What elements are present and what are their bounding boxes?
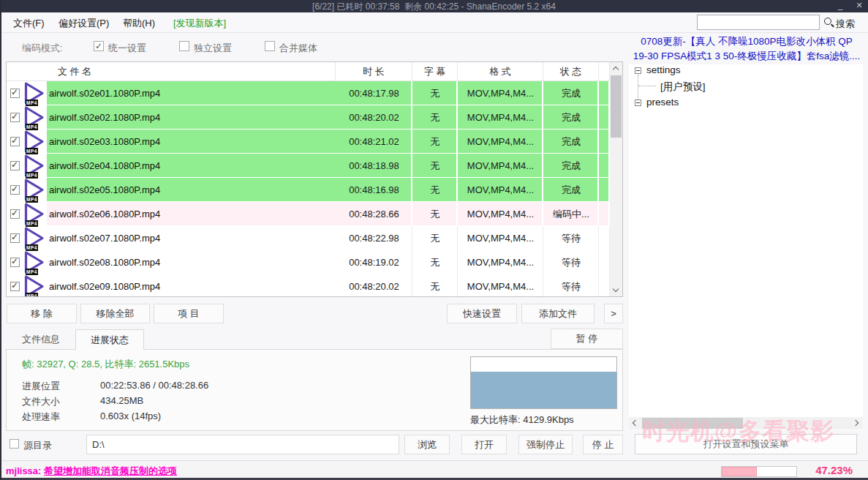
- col-header-4[interactable]: 格 式: [458, 62, 543, 81]
- extra-cell: [599, 81, 610, 105]
- scroll-left-button[interactable]: [629, 417, 641, 430]
- tree-collapse-presets-icon[interactable]: [635, 100, 641, 106]
- tree-node-settings[interactable]: settings: [646, 64, 681, 75]
- row-checkbox[interactable]: ✓: [10, 113, 20, 122]
- pause-button[interactable]: 暂 停: [551, 329, 623, 349]
- table-row-7[interactable]: ✓MP4airwolf.s02e07.1080P.mp400:48:22.98无…: [7, 226, 610, 250]
- add-files-button[interactable]: 添加文件: [521, 304, 595, 323]
- project-button[interactable]: 项 目: [154, 304, 224, 323]
- status-progressbar: [721, 466, 797, 477]
- tree-collapse-settings-icon[interactable]: [635, 67, 641, 74]
- subtitle-cell: 无: [412, 130, 458, 154]
- vertical-scroll-thumb[interactable]: [611, 75, 622, 138]
- vertical-scrollbar[interactable]: [610, 62, 622, 296]
- mode-checkbox-2[interactable]: [179, 41, 189, 51]
- table-row-1[interactable]: ✓MP4airwolf.s02e01.1080P.mp400:48:17.98无…: [7, 81, 610, 105]
- file-name: airwolf.s02e08.1080P.mp4: [49, 250, 160, 274]
- window-title: [6/22] 已耗时 00:37:58 剩余 00:42:25 - ShanaE…: [0, 1, 868, 13]
- mp4-play-icon: MP4: [21, 154, 45, 178]
- remove-all-button[interactable]: 移除全部: [80, 304, 150, 323]
- file-name: airwolf.s02e09.1080P.mp4: [49, 274, 160, 296]
- tree-node-presets[interactable]: presets: [646, 97, 679, 108]
- scroll-down-button[interactable]: [610, 284, 622, 296]
- mp4-badge: MP4: [26, 293, 38, 296]
- row-checkbox[interactable]: ✓: [10, 137, 20, 146]
- menu-item-3[interactable]: 帮助(H): [123, 17, 155, 30]
- col-header-5[interactable]: 状 态: [543, 62, 599, 81]
- source-dir-checkbox[interactable]: [10, 439, 19, 449]
- table-row-3[interactable]: ✓MP4airwolf.s02e03.1080P.mp400:48:21.02无…: [7, 130, 610, 154]
- mode-checkbox-1[interactable]: ✓: [94, 41, 104, 51]
- table-row-9[interactable]: ✓MP4airwolf.s02e09.1080P.mp400:48:20.02无…: [7, 274, 610, 296]
- status-cell: 等待: [543, 226, 599, 250]
- format-cell: MOV,MP4,M4...: [458, 274, 543, 296]
- menu-item-1[interactable]: 文件(F): [13, 17, 45, 30]
- mp4-badge: MP4: [26, 124, 38, 130]
- table-row-5[interactable]: ✓MP4airwolf.s02e05.1080P.mp400:48:16.98无…: [7, 178, 610, 202]
- max-bitrate-label: 最大比特率: 4129.9Kbps: [470, 413, 574, 427]
- menubar: 文件(F)偏好设置(P)帮助(H)[发现新版本] 搜索: [0, 12, 868, 33]
- mp4-badge: MP4: [26, 172, 38, 179]
- mp4-play-icon: MP4: [21, 178, 45, 202]
- tab-progress-state[interactable]: 进展状态: [75, 329, 144, 350]
- table-row-8[interactable]: ✓MP4airwolf.s02e08.1080P.mp400:48:19.02无…: [7, 250, 610, 274]
- stop-button[interactable]: 停 止: [583, 435, 623, 454]
- mp4-play-icon: MP4: [21, 105, 45, 130]
- titlebar: [6/22] 已耗时 00:37:58 剩余 00:42:25 - ShanaE…: [0, 0, 868, 12]
- col-header-2[interactable]: 时 长: [336, 62, 412, 81]
- mp4-badge: MP4: [26, 196, 38, 203]
- scroll-up-button[interactable]: [610, 62, 622, 75]
- table-row-6[interactable]: ✓MP4airwolf.s02e06.1080P.mp400:48:28.66无…: [7, 202, 610, 226]
- subtitle-cell: 无: [412, 202, 458, 226]
- duration-cell: 00:48:20.02: [336, 274, 412, 296]
- app-window: [6/22] 已耗时 00:37:58 剩余 00:42:25 - ShanaE…: [0, 0, 868, 480]
- mp4-badge: MP4: [26, 100, 38, 106]
- promo-line2[interactable]: 19-30 FPSA模式1 3 50-终极慢压收藏】套fsa滤镜....: [627, 49, 866, 64]
- format-cell: MOV,MP4,M4...: [458, 81, 543, 105]
- mode-checkbox-label-3: 合并媒体: [279, 42, 317, 55]
- format-cell: MOV,MP4,M4...: [458, 226, 543, 250]
- more-buttons-button[interactable]: >: [604, 304, 623, 323]
- promo-line1[interactable]: 0708更新-【真人 不降噪1080P电影改小体积 QP: [627, 34, 866, 49]
- extra-cell: [599, 226, 610, 250]
- open-button[interactable]: 打开: [461, 435, 507, 454]
- search-button[interactable]: 搜索: [824, 18, 865, 31]
- status-cell: 完成: [543, 105, 599, 130]
- col-header-1[interactable]: 文 件 名: [7, 62, 336, 81]
- remove-button[interactable]: 移 除: [7, 304, 77, 323]
- browse-button[interactable]: 浏览: [404, 435, 450, 454]
- tree-node-user-preset[interactable]: [用户预设]: [660, 80, 706, 94]
- force-stop-button[interactable]: 强制停止: [518, 435, 573, 454]
- table-row-4[interactable]: ✓MP4airwolf.s02e04.1080P.mp400:48:18.98无…: [7, 154, 610, 178]
- promo-link[interactable]: 0708更新-【真人 不降噪1080P电影改小体积 QP 19-30 FPSA模…: [627, 34, 866, 64]
- open-settings-presets-button[interactable]: 打开设置和预设菜单: [635, 434, 857, 454]
- horizontal-scrollbar[interactable]: [629, 417, 863, 430]
- tab-file-info[interactable]: 文件信息: [7, 330, 75, 349]
- menu-item-2[interactable]: 偏好设置(P): [59, 17, 109, 30]
- file-name: airwolf.s02e06.1080P.mp4: [49, 202, 160, 226]
- bitrate-graph: [470, 356, 617, 409]
- row-checkbox[interactable]: ✓: [10, 161, 20, 170]
- menu-item-4[interactable]: [发现新版本]: [173, 17, 226, 30]
- minimize-button[interactable]: _: [834, 0, 847, 12]
- row-checkbox[interactable]: ✓: [10, 282, 20, 291]
- row-checkbox[interactable]: ✓: [10, 209, 20, 219]
- close-button[interactable]: ✕: [853, 1, 866, 12]
- duration-cell: 00:48:21.02: [336, 130, 412, 154]
- table-row-2[interactable]: ✓MP4airwolf.s02e02.1080P.mp400:48:20.02无…: [7, 105, 610, 130]
- col-header-3[interactable]: 字 幕: [412, 62, 458, 81]
- status-cell: 等待: [543, 274, 599, 296]
- mode-checkbox-3[interactable]: [265, 41, 275, 51]
- mp4-play-icon: MP4: [21, 250, 45, 274]
- source-path-input[interactable]: D:\: [86, 435, 399, 454]
- quick-settings-button[interactable]: 快速设置: [447, 304, 517, 323]
- format-cell: MOV,MP4,M4...: [458, 105, 543, 130]
- row-checkbox[interactable]: ✓: [10, 233, 20, 243]
- horizontal-scroll-thumb[interactable]: [642, 418, 743, 429]
- bitrate-graph-fill: [471, 372, 616, 408]
- scroll-right-button[interactable]: [850, 417, 863, 430]
- row-checkbox[interactable]: ✓: [10, 258, 20, 267]
- row-checkbox[interactable]: ✓: [10, 185, 20, 195]
- search-input[interactable]: [697, 15, 820, 30]
- row-checkbox[interactable]: ✓: [10, 89, 20, 98]
